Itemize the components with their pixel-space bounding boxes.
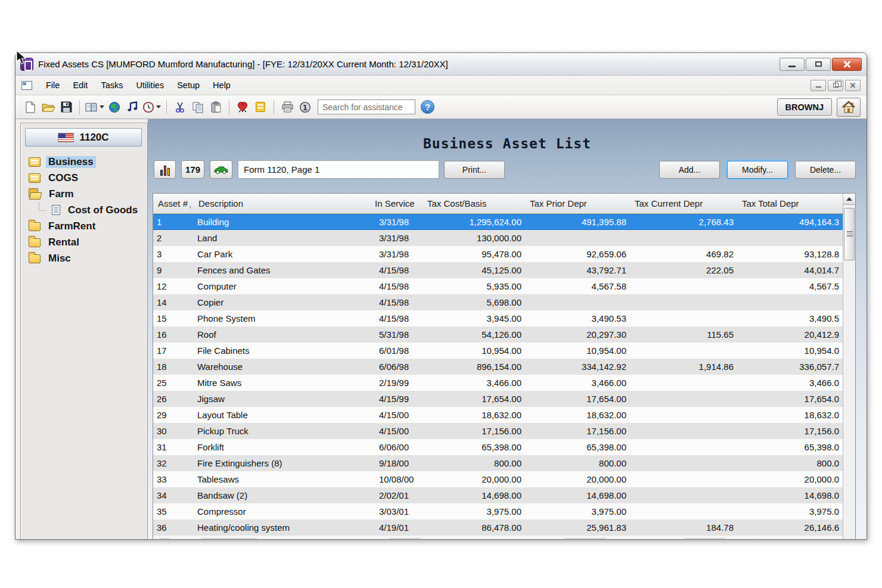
menu-utilities[interactable]: Utilities: [129, 78, 170, 92]
sidebar-item-rental[interactable]: Rental: [21, 234, 147, 250]
book-dropdown-button[interactable]: [84, 98, 105, 116]
table-row[interactable]: 14Copier4/15/985,698.00: [153, 294, 843, 310]
table-cell: 18: [153, 362, 194, 372]
menu-setup[interactable]: Setup: [170, 78, 206, 92]
globe-button[interactable]: [105, 98, 123, 116]
open-folder-button[interactable]: [39, 98, 57, 116]
menu-file[interactable]: File: [39, 78, 66, 92]
table-row[interactable]: 17File Cabinets6/01/9810,954.0010,954.00…: [153, 343, 843, 359]
music-notes-icon: [127, 101, 138, 113]
sidebar-item-farmrent[interactable]: FarmRent: [21, 218, 147, 234]
sidebar-item-cost-of-goods[interactable]: Cost of Goods: [21, 202, 147, 218]
column-header-tax-cost-basis[interactable]: Tax Cost/Basis: [423, 198, 525, 209]
close-button[interactable]: [832, 58, 862, 71]
chart-button[interactable]: [154, 160, 176, 179]
table-row[interactable]: 18Warehouse6/06/98896,154.00334,142.921,…: [153, 359, 843, 375]
table-cell: Fences and Gates: [194, 265, 370, 275]
table-cell: 491,395.88: [525, 217, 630, 227]
table-row[interactable]: 15Phone System4/15/983,945.003,490.533,4…: [153, 310, 843, 326]
table-cell: 17,156.0: [737, 426, 843, 436]
sidebar-item-farm[interactable]: Farm: [21, 186, 147, 202]
delete-button[interactable]: Delete...: [795, 161, 856, 179]
copy-button[interactable]: [189, 98, 207, 116]
mdi-minimize-button[interactable]: [810, 80, 826, 91]
sort-indicator-icon: [190, 203, 194, 209]
column-header-description[interactable]: Description: [194, 198, 370, 209]
column-header-tax-current-depr[interactable]: Tax Current Depr: [630, 198, 737, 209]
add-button[interactable]: Add...: [659, 161, 720, 179]
mdi-document-icon[interactable]: [21, 81, 32, 90]
menu-tasks[interactable]: Tasks: [94, 78, 129, 92]
table-cell: 6/01/98: [370, 346, 423, 356]
paste-button[interactable]: [207, 98, 225, 116]
vehicle-button[interactable]: [210, 160, 232, 179]
table-row[interactable]: 29Layout Table4/15/0018,632.0018,632.001…: [153, 407, 843, 423]
table-row[interactable]: 16Roof5/31/9854,126.0020,297.30115.6520,…: [153, 326, 843, 343]
mdi-restore-button[interactable]: [828, 80, 843, 91]
asset-flag-button[interactable]: [234, 98, 251, 116]
column-header-tax-total-depr[interactable]: Tax Total Depr: [737, 198, 843, 209]
entity-header[interactable]: 1120C: [25, 128, 142, 147]
home-button[interactable]: [837, 98, 861, 117]
help-icon[interactable]: ?: [421, 100, 434, 114]
search-input[interactable]: [318, 99, 415, 114]
table-row[interactable]: 35Compressor3/03/013,975.003,975.003,975…: [153, 503, 843, 519]
list-controls: 179 Form 1120, Page 1 Print... Add... Mo…: [154, 160, 856, 179]
music-notes-button[interactable]: [123, 98, 141, 116]
copy-icon: [192, 101, 204, 113]
table-cell: 5,698.00: [423, 297, 525, 307]
column-header-asset-[interactable]: Asset #: [153, 198, 194, 209]
user-button[interactable]: BROWNJ: [777, 98, 832, 116]
sidebar-panel: 1120C BusinessCOGSFarmCost of GoodsFarmR…: [20, 123, 148, 540]
table-row[interactable]: 30Pickup Truck4/15/0017,156.0017,156.001…: [153, 423, 843, 439]
scrollbar-thumb[interactable]: [844, 208, 855, 260]
table-cell: 16: [153, 329, 194, 340]
table-cell: 65,398.00: [525, 442, 630, 452]
table-row[interactable]: 25Mitre Saws2/19/993,466.003,466.003,466…: [153, 375, 843, 391]
table-row[interactable]: 12Computer4/15/985,935.004,567.584,567.5: [153, 278, 843, 294]
folder-icon: [29, 253, 41, 263]
asset-count-button[interactable]: 179: [181, 160, 204, 179]
modify-button[interactable]: Modify...: [727, 161, 788, 179]
save-button[interactable]: [57, 98, 75, 116]
print-button[interactable]: [278, 98, 296, 116]
home-icon: [841, 101, 856, 114]
cut-button[interactable]: [171, 98, 189, 116]
calculator-button[interactable]: 1: [296, 98, 314, 116]
form-field[interactable]: Form 1120, Page 1: [238, 160, 439, 179]
new-document-button[interactable]: [21, 98, 39, 116]
sidebar-item-cogs[interactable]: COGS: [21, 170, 147, 186]
table-row[interactable]: 32Fire Extinguishers (8)9/18/00800.00800…: [153, 455, 843, 471]
sidebar-item-misc[interactable]: Misc: [21, 250, 147, 266]
table-cell: 3: [153, 249, 194, 259]
table-row[interactable]: 33Tablesaws10/08/0020,000.0020,000.0020,…: [153, 471, 843, 487]
asset-flag-icon: [237, 101, 249, 113]
table-row[interactable]: 3Car Park3/31/9895,478.0092,659.06469.82…: [153, 246, 843, 262]
table-row[interactable]: 31Forklift6/06/0065,398.0065,398.0065,39…: [153, 439, 843, 455]
table-row[interactable]: 26Jigsaw4/15/9917,654.0017,654.0017,654.…: [153, 391, 843, 407]
mdi-close-button[interactable]: ✕: [845, 80, 861, 91]
maximize-button[interactable]: [806, 58, 831, 71]
table-row[interactable]: 1Building3/31/981,295,624.00491,395.882,…: [153, 214, 843, 230]
print-button[interactable]: Print...: [444, 161, 505, 179]
folder-icon: [29, 237, 41, 247]
scroll-up-button[interactable]: [843, 194, 855, 205]
table-row[interactable]: 34Bandsaw (2)2/02/0114,698.0014,698.0014…: [153, 487, 843, 503]
grid-header: Asset #DescriptionIn ServiceTax Cost/Bas…: [153, 194, 843, 214]
table-cell: 4,567.58: [525, 281, 630, 291]
table-cell: 800.00: [423, 458, 525, 468]
vertical-scrollbar[interactable]: [843, 194, 855, 540]
table-row[interactable]: 36Heating/cooling system4/19/0186,478.00…: [153, 519, 843, 536]
table-cell: 3/31/98: [370, 233, 423, 243]
minimize-button[interactable]: [779, 58, 805, 71]
menu-help[interactable]: Help: [206, 78, 237, 92]
clock-dropdown-button[interactable]: [141, 98, 162, 116]
notes-button[interactable]: [251, 98, 269, 116]
column-header-in-service[interactable]: In Service: [370, 198, 423, 209]
menu-edit[interactable]: Edit: [66, 78, 94, 92]
sidebar-item-business[interactable]: Business: [21, 154, 147, 170]
column-header-tax-prior-depr[interactable]: Tax Prior Depr: [525, 198, 630, 209]
table-row[interactable]: 9Fences and Gates4/15/9845,125.0043,792.…: [153, 262, 843, 278]
table-cell: 3,490.53: [525, 313, 630, 323]
table-row[interactable]: 2Land3/31/98130,000.00: [153, 230, 843, 246]
